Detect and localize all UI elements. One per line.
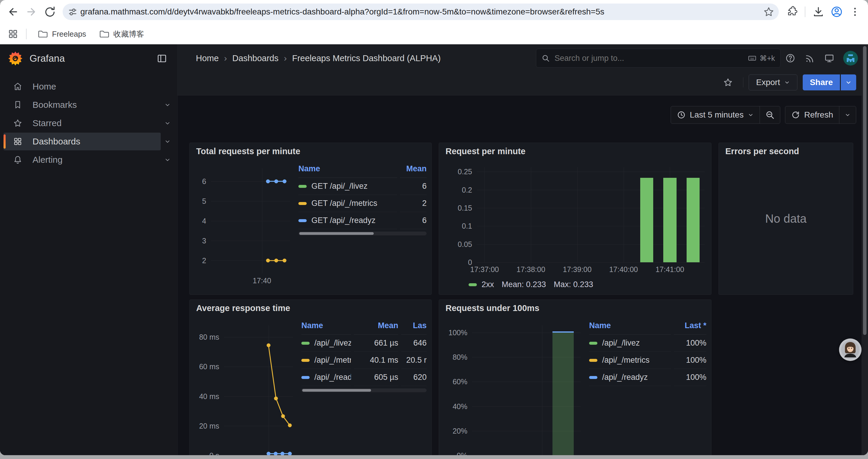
x-tick-label: 17:37:00 — [470, 265, 499, 274]
panel-title[interactable]: Average response time — [194, 300, 427, 316]
keyboard-icon — [748, 54, 756, 63]
sidebar-expand-alerting[interactable] — [161, 153, 174, 167]
legend-table-scrollbar[interactable] — [299, 232, 427, 235]
sidebar-link-alerting[interactable]: Alerting — [4, 151, 161, 169]
series-name: /api/_/readyz — [314, 373, 351, 382]
star-dashboard-button[interactable] — [718, 73, 738, 92]
browser-menu-button[interactable] — [847, 4, 863, 20]
refresh-button[interactable]: Refresh — [785, 106, 839, 124]
apps-button[interactable] — [6, 27, 20, 41]
bell-icon — [13, 155, 23, 165]
url-input[interactable] — [80, 7, 762, 17]
sidebar-expand-starred[interactable] — [161, 117, 174, 130]
sidebar-link-dashboards[interactable]: Dashboards — [4, 133, 161, 150]
sidebar-link-starred[interactable]: Starred — [4, 114, 161, 132]
sidebar-header: Grafana — [0, 44, 177, 72]
back-button[interactable] — [5, 4, 21, 20]
sidebar-link-bookmarks[interactable]: Bookmarks — [4, 96, 161, 114]
series-line — [211, 168, 290, 273]
help-button[interactable] — [780, 48, 800, 68]
search-box[interactable]: ⌘+k — [536, 49, 780, 68]
panel-title[interactable]: Total requests per minute — [194, 143, 427, 160]
panel-title[interactable]: Request per minute — [444, 143, 706, 160]
chart-plot-area: 100%80%60%40%20%0%17:40 — [472, 325, 581, 455]
export-button[interactable]: Export — [749, 74, 797, 90]
site-settings-button[interactable] — [66, 5, 80, 19]
data-point — [266, 179, 270, 183]
grafana-sidebar: Grafana Home Bookmarks — [0, 44, 178, 455]
back-icon — [6, 5, 20, 18]
table-header-value: Las — [401, 318, 427, 335]
chevron-down-icon — [164, 157, 171, 163]
reload-button[interactable] — [41, 4, 58, 20]
chevron-down-icon — [164, 102, 171, 108]
grafana-logo[interactable] — [8, 50, 23, 67]
bookmark-folder-blogs[interactable]: 收藏博客 — [94, 26, 149, 42]
y-tick-label: 40% — [444, 402, 467, 411]
breadcrumb-dashboards[interactable]: Dashboards — [232, 54, 278, 63]
panel-title[interactable]: Requests under 100ms — [444, 300, 706, 316]
legend-table-row[interactable]: GET /api/_/readyz — [299, 212, 397, 229]
scrollbar-thumb[interactable] — [302, 389, 371, 392]
series-name: /api/_/metrics — [602, 356, 650, 365]
downloads-button[interactable] — [810, 4, 827, 20]
grid-line — [485, 167, 485, 262]
requests-under-100ms-chart: 100%80%60%40%20%0%17:40 — [444, 316, 583, 455]
legend-table-scrollbar[interactable] — [301, 388, 427, 392]
panel-title[interactable]: Errors per second — [723, 143, 848, 160]
share-button[interactable]: Share — [803, 74, 840, 90]
time-range-picker[interactable]: Last 5 minutes — [671, 106, 760, 124]
legend-table-row[interactable]: GET /api/_/metrics — [299, 195, 397, 212]
legend-table-row[interactable]: /api/_/livez — [589, 335, 671, 352]
sidebar-item-label: Home — [32, 81, 56, 92]
zoom-out-button[interactable] — [760, 106, 780, 124]
share-menu-button[interactable] — [841, 74, 856, 90]
user-avatar[interactable] — [843, 51, 858, 66]
bar — [663, 178, 676, 262]
panel-total-requests: Total requests per minute 6543217:40 Nam… — [189, 143, 432, 295]
table-cell-value: 661 µs — [354, 335, 398, 352]
news-button[interactable] — [800, 48, 819, 68]
sidebar-item-home: Home — [4, 78, 174, 95]
bookmark-page-button[interactable] — [762, 5, 776, 19]
series-name: GET /api/_/livez — [311, 182, 368, 191]
average-response-time-chart: 80 ms60 ms40 ms20 ms0 s17:40 — [194, 316, 295, 455]
legend-item-2xx[interactable]: 2xx — [469, 280, 494, 289]
star-icon — [13, 119, 23, 128]
sidebar-expand-bookmarks[interactable] — [161, 98, 174, 112]
legend-table-row[interactable]: /api/_/metrics — [301, 352, 351, 369]
url-bar[interactable] — [63, 4, 779, 20]
dock-menu-button[interactable] — [154, 49, 170, 68]
legend-color-pill — [589, 376, 597, 379]
extensions-button[interactable] — [783, 4, 800, 20]
search-input[interactable] — [554, 54, 744, 63]
bar — [687, 178, 700, 262]
floating-assistant-avatar[interactable] — [839, 338, 862, 361]
bookmark-folder-freeleaps[interactable]: Freeleaps — [32, 26, 91, 42]
breadcrumb-search-row: Home › Dashboards › Freeleaps Metrics Da… — [178, 44, 868, 72]
page-scrollbar-thumb[interactable] — [863, 46, 867, 335]
legend-table-row[interactable]: /api/_/readyz — [589, 369, 671, 386]
y-tick-label: 0% — [444, 451, 467, 455]
legend-table-wrap: NameMeanLas/api/_/livez661 µs646/api/_/m… — [301, 316, 427, 455]
refresh-interval-button[interactable] — [839, 106, 856, 124]
legend-table-row[interactable]: /api/_/livez — [301, 335, 351, 352]
table-cell-value: 100% — [674, 352, 706, 369]
profile-button[interactable] — [829, 4, 845, 20]
legend-color-pill — [299, 202, 307, 205]
sidebar-expand-dashboards[interactable] — [161, 135, 174, 148]
x-tick-label: 17:41:00 — [656, 265, 684, 274]
breadcrumb-home[interactable]: Home — [196, 54, 219, 63]
sidebar-link-home[interactable]: Home — [4, 78, 174, 95]
legend-table-row[interactable]: /api/_/readyz — [301, 369, 351, 386]
legend-table-row[interactable]: GET /api/_/livez — [299, 178, 397, 195]
page-scrollbar[interactable] — [862, 44, 868, 455]
sidebar-item-alerting: Alerting — [4, 151, 174, 169]
legend-table-row[interactable]: /api/_/metrics — [589, 352, 671, 369]
table-cell-value: 6 — [400, 178, 427, 195]
chart-plot-area: 80 ms60 ms40 ms20 ms0 s17:40 — [224, 325, 293, 455]
display-button[interactable] — [819, 48, 839, 68]
scrollbar-thumb[interactable] — [299, 232, 374, 235]
forward-button[interactable] — [23, 4, 39, 20]
chevron-down-icon — [845, 79, 852, 86]
